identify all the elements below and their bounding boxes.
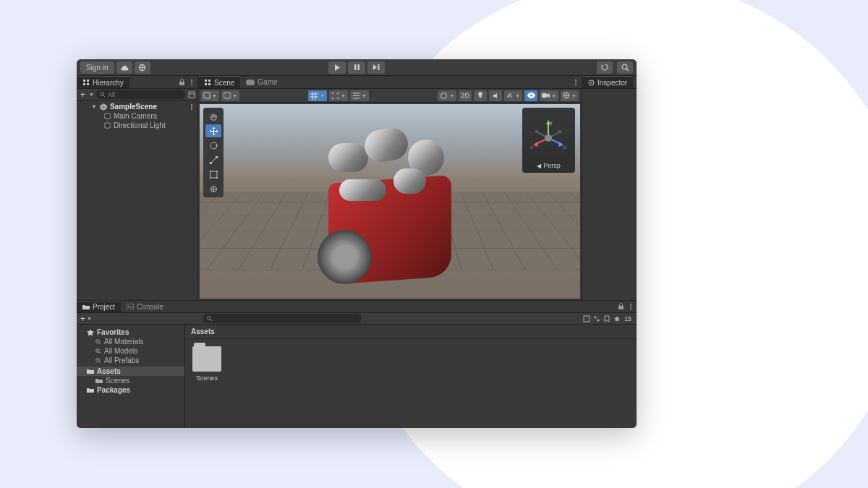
scene-toolbar: ▼ ▼ ▼ ▼ ▼ <box>198 89 582 103</box>
folder-icon <box>192 346 221 372</box>
project-toolbar: + ▼ 15 <box>77 313 637 325</box>
camera-settings-dropdown[interactable]: ▼ <box>540 90 558 101</box>
svg-rect-28 <box>216 156 218 158</box>
pivot-mode-dropdown[interactable]: ▼ <box>221 90 239 101</box>
scene-panel: Scene Game ▼ ▼ <box>198 76 582 300</box>
star-icon <box>87 329 94 336</box>
project-create-button[interactable]: + <box>79 314 87 322</box>
hierarchy-tree: ▼ SampleScene Main Camera <box>77 100 197 300</box>
create-dropdown-arrow[interactable]: ▼ <box>89 92 94 97</box>
scene-root-item[interactable]: ▼ SampleScene <box>77 102 197 111</box>
hierarchy-panel: Hierarchy + ▼ All <box>77 76 198 300</box>
console-tab[interactable]: Console <box>121 301 169 312</box>
game-tab[interactable]: Game <box>240 76 283 88</box>
svg-rect-13 <box>208 80 210 82</box>
fav-materials[interactable]: All Materials <box>77 337 184 346</box>
rect-tool[interactable] <box>205 168 221 181</box>
hierarchy-menu-button[interactable] <box>189 80 195 85</box>
project-search[interactable] <box>203 314 362 323</box>
project-lock-icon[interactable] <box>617 303 625 311</box>
grid-snap-button[interactable]: ▼ <box>308 90 327 101</box>
game-tab-icon <box>246 80 255 85</box>
create-dropdown[interactable]: + <box>79 90 87 98</box>
search-by-label-button[interactable] <box>593 314 601 322</box>
scene-tab-menu[interactable] <box>573 80 579 85</box>
gameobject-icon <box>104 113 111 119</box>
hand-tool[interactable] <box>205 110 221 123</box>
favorite-search-button[interactable] <box>613 314 621 322</box>
scene-viewport[interactable]: y x z <box>200 104 580 299</box>
fav-models[interactable]: All Models <box>77 346 184 356</box>
scenes-label: Scenes <box>106 377 129 385</box>
fx-toggle[interactable]: ▼ <box>504 90 522 101</box>
assets-folder[interactable]: Assets <box>77 367 184 376</box>
global-search-button[interactable] <box>617 61 633 74</box>
packages-label: Packages <box>97 386 130 394</box>
audio-toggle[interactable] <box>489 90 502 101</box>
hierarchy-tab[interactable]: Hierarchy <box>77 76 129 88</box>
project-create-arrow[interactable]: ▼ <box>87 316 92 321</box>
lighting-toggle[interactable] <box>474 90 487 101</box>
inspector-tab[interactable]: Inspector <box>582 76 633 88</box>
pause-button[interactable] <box>348 61 365 74</box>
draw-mode-dropdown[interactable]: ▼ <box>438 90 456 101</box>
scene-visibility-toggle[interactable] <box>524 90 537 101</box>
scenes-folder[interactable]: Scenes <box>77 376 184 385</box>
play-button[interactable] <box>328 61 346 74</box>
svg-rect-3 <box>378 64 379 70</box>
scene-tab-icon <box>204 79 211 86</box>
fav-prefabs[interactable]: All Prefabs <box>77 356 184 365</box>
assets-breadcrumb[interactable]: Assets <box>185 325 637 339</box>
hierarchy-type-button[interactable] <box>187 90 195 98</box>
hierarchy-search[interactable]: All <box>96 90 185 99</box>
editor-topbar: Sign in <box>77 59 637 76</box>
project-tab[interactable]: Project <box>77 301 121 312</box>
orientation-gizmo[interactable]: y x z <box>522 108 575 173</box>
2d-toggle-button[interactable]: 2D <box>459 90 472 101</box>
version-control-button[interactable] <box>135 61 150 74</box>
folder-icon <box>87 388 94 393</box>
cloud-button[interactable] <box>116 61 132 74</box>
scene-item-menu[interactable] <box>189 104 195 110</box>
hierarchy-item-light[interactable]: Directional Light <box>77 121 197 130</box>
gizmos-dropdown[interactable]: ▼ <box>561 90 579 101</box>
scale-tool[interactable] <box>205 153 221 166</box>
snap-increment-button[interactable]: ▼ <box>329 90 348 101</box>
tool-settings-dropdown[interactable]: ▼ <box>201 90 219 101</box>
scene-tab[interactable]: Scene <box>198 76 240 88</box>
search-by-type-button[interactable] <box>583 314 591 322</box>
save-search-button[interactable] <box>603 314 611 322</box>
hierarchy-item-label: Main Camera <box>114 112 157 120</box>
scene-tab-label: Scene <box>214 79 234 87</box>
snap-settings-button[interactable]: ▼ <box>350 90 369 101</box>
packages-folder[interactable]: Packages <box>77 385 184 395</box>
svg-rect-1 <box>354 64 357 70</box>
transform-tool[interactable] <box>205 182 221 195</box>
rotate-tool[interactable] <box>205 139 221 152</box>
svg-point-4 <box>622 64 627 69</box>
move-tool[interactable] <box>205 124 221 137</box>
favorites-header[interactable]: Favorites <box>77 328 184 337</box>
asset-label: Scenes <box>196 374 218 382</box>
visibility-icon <box>527 93 535 98</box>
sign-in-button[interactable]: Sign in <box>80 61 114 74</box>
inspector-tab-bar: Inspector <box>582 76 637 89</box>
game-tab-label: Game <box>258 78 277 86</box>
plastic-icon <box>138 64 146 72</box>
step-button[interactable] <box>367 61 385 74</box>
undo-history-button[interactable] <box>597 61 613 74</box>
svg-rect-54 <box>584 316 590 322</box>
svg-point-26 <box>210 142 217 149</box>
pause-icon <box>354 64 359 70</box>
projection-toggle[interactable]: ◀ Persp <box>537 162 561 169</box>
search-icon <box>621 64 629 72</box>
gizmo-axes[interactable]: y x z <box>526 111 571 162</box>
hidden-packages-button[interactable]: 15 <box>624 314 631 322</box>
hierarchy-item-camera[interactable]: Main Camera <box>77 111 197 121</box>
assets-view: Assets Scenes <box>185 325 637 428</box>
project-menu-button[interactable] <box>628 304 634 309</box>
asset-folder-scenes[interactable]: Scenes <box>192 346 221 382</box>
hierarchy-lock-icon[interactable] <box>178 78 186 86</box>
hierarchy-toolbar: + ▼ All <box>77 89 197 100</box>
folder-icon <box>95 378 103 384</box>
